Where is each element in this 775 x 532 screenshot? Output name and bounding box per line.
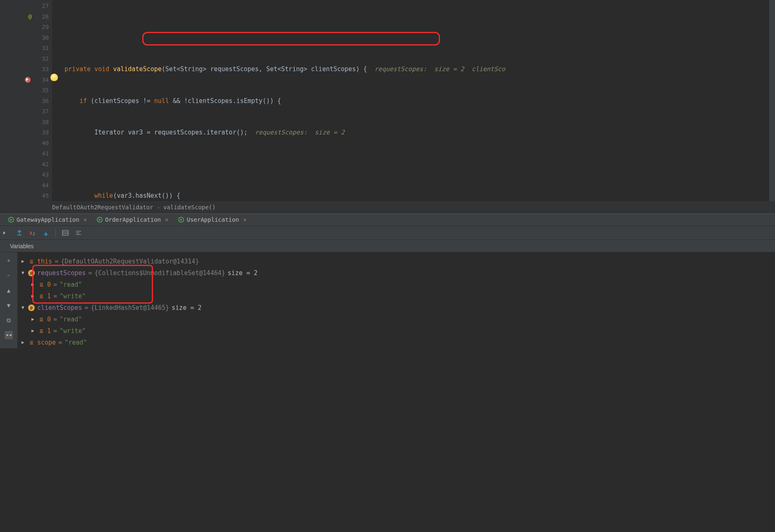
add-watch-icon[interactable]: ＋	[5, 256, 13, 265]
move-up-icon[interactable]: ▲	[5, 286, 13, 295]
expand-icon[interactable]: ▶	[22, 337, 26, 348]
line-number: 37	[36, 106, 49, 117]
code-editor[interactable]: 27 @28 29 30 31 32 33 34 35 36 37 38 39 …	[0, 0, 775, 201]
intention-bulb-icon[interactable]	[50, 74, 58, 81]
collapse-icon[interactable]: ▼	[22, 267, 26, 279]
line-number: 31	[36, 43, 49, 54]
equals: =	[55, 256, 58, 267]
var-size: size = 2	[228, 267, 258, 279]
var-clientscopes[interactable]: ▼ p clientScopes = {LinkedHashSet@14465}…	[22, 302, 775, 314]
field-icon: ≡	[38, 316, 45, 323]
expand-icon[interactable]: ▶	[31, 314, 36, 325]
expand-icon[interactable]: ▶	[31, 325, 36, 337]
close-icon[interactable]: ×	[243, 216, 246, 223]
var-value: "write"	[60, 325, 86, 337]
var-clientscopes-1[interactable]: ▶ ≡ 1 = "write"	[22, 325, 775, 337]
expand-icon[interactable]: ▶	[22, 256, 26, 267]
var-value: {Collections$UnmodifiableSet@14464}	[94, 267, 225, 279]
param-icon: p	[28, 270, 35, 276]
var-size: size = 2	[172, 302, 201, 314]
copy-icon[interactable]: ⧉	[5, 316, 13, 324]
code-text: Iterator var3 = requestScopes.iterator()…	[94, 129, 247, 136]
var-value: {LinkedHashSet@14465}	[91, 302, 169, 314]
line-number: 36	[36, 96, 49, 107]
expand-icon[interactable]: ▶	[31, 290, 36, 302]
field-icon: ≡	[28, 339, 35, 346]
tab-label: UserApplication	[187, 216, 239, 223]
evaluate-expression-icon[interactable]	[62, 229, 69, 237]
line-number: 44	[36, 180, 49, 191]
svg-text:x: x	[29, 230, 32, 236]
param-icon: p	[28, 304, 35, 311]
line-number: 38	[36, 117, 49, 128]
step-over-icon[interactable]	[2, 229, 10, 237]
breakpoint-icon[interactable]	[25, 77, 31, 83]
field-icon: ≡	[38, 281, 45, 288]
watches-view-icon[interactable]: 👓	[5, 331, 13, 339]
var-clientscopes-0[interactable]: ▶ ≡ 0 = "read"	[22, 314, 775, 325]
inline-hint: requestScopes: size = 2	[255, 129, 345, 136]
run-config-icon	[97, 217, 103, 223]
editor-gutter[interactable]: 27 @28 29 30 31 32 33 34 35 36 37 38 39 …	[0, 0, 52, 201]
var-requestscopes-1[interactable]: ▶ ≡ 1 = "write"	[22, 290, 775, 302]
close-icon[interactable]: ×	[84, 216, 87, 223]
var-key: 1	[47, 325, 51, 337]
var-name: requestScopes	[37, 267, 86, 279]
var-scope[interactable]: ▶ ≡ scope = "read"	[22, 337, 775, 348]
line-number: 34	[36, 75, 49, 86]
kw-while: while	[94, 192, 113, 199]
breadcrumb-method[interactable]: validateScope()	[163, 204, 215, 211]
run-config-icon	[8, 217, 14, 223]
force-step-icon[interactable]	[42, 229, 50, 237]
breadcrumb-class[interactable]: DefaultOAuth2RequestValidator	[52, 204, 153, 211]
var-key: 0	[47, 314, 51, 325]
code-text: (clientScopes !=	[87, 97, 154, 105]
step-into-icon[interactable]	[16, 229, 23, 237]
breadcrumb[interactable]: DefaultOAuth2RequestValidator › validate…	[0, 201, 775, 213]
var-name: scope	[37, 337, 56, 348]
remove-watch-icon[interactable]: －	[5, 271, 13, 280]
var-value: {DefaultOAuth2RequestValidator@14314}	[61, 256, 199, 267]
close-icon[interactable]: ×	[165, 216, 168, 223]
run-tab-user[interactable]: UserApplication ×	[175, 213, 250, 226]
variables-title: Variables	[10, 243, 33, 249]
var-key: 1	[47, 290, 51, 302]
var-value: "read"	[60, 314, 82, 325]
equals: =	[53, 279, 57, 290]
tab-label: OrderApplication	[105, 216, 161, 223]
line-number: 42	[36, 159, 49, 170]
var-name: this	[37, 256, 52, 267]
variables-panel-header[interactable]: Variables	[0, 240, 775, 252]
code-content[interactable]: private void validateScope(Set<String> r…	[52, 0, 775, 201]
separator	[55, 229, 56, 237]
var-value: "read"	[65, 337, 87, 348]
line-number: 30	[36, 33, 49, 43]
run-tab-order[interactable]: OrderApplication ×	[93, 213, 172, 226]
run-configurations-tabs: GatewayApplication × OrderApplication × …	[0, 213, 775, 226]
kw-null: null	[154, 97, 169, 105]
variables-tree[interactable]: ▶ ≡ this = {DefaultOAuth2RequestValidato…	[17, 252, 775, 348]
run-tab-gateway[interactable]: GatewayApplication ×	[5, 213, 90, 226]
line-number: 43	[36, 170, 49, 180]
method-name: validateScope	[113, 65, 161, 73]
collapse-icon[interactable]: ▼	[22, 302, 26, 314]
var-value: "write"	[60, 290, 86, 302]
var-key: 0	[47, 279, 51, 290]
svg-rect-0	[17, 235, 22, 235]
debug-side-toolbar: ＋ － ▲ ▼ ⧉ 👓	[0, 252, 17, 348]
line-number: 29	[36, 22, 49, 33]
line-number: 35	[36, 85, 49, 96]
var-requestscopes-0[interactable]: ▶ ≡ 0 = "read"	[22, 279, 775, 290]
trace-icon[interactable]	[75, 229, 82, 237]
field-icon: ≡	[28, 258, 35, 265]
move-down-icon[interactable]: ▼	[5, 301, 13, 309]
var-this[interactable]: ▶ ≡ this = {DefaultOAuth2RequestValidato…	[22, 256, 775, 267]
expand-icon[interactable]: ▶	[31, 279, 36, 290]
run-config-icon	[178, 217, 184, 223]
var-requestscopes[interactable]: ▼ p requestScopes = {Collections$Unmodif…	[22, 267, 775, 279]
equals: =	[58, 337, 62, 348]
line-number: 39	[36, 127, 49, 138]
step-out-icon[interactable]: xJ	[29, 229, 36, 237]
kw-private: private	[65, 65, 91, 73]
line-number: 32	[36, 54, 49, 65]
